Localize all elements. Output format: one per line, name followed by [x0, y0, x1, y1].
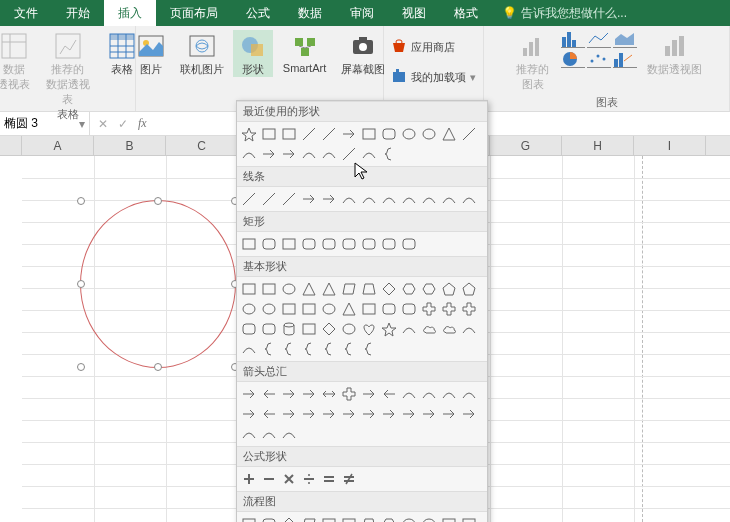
shape-rect[interactable]: [259, 279, 279, 299]
tab-insert[interactable]: 插入: [104, 0, 156, 26]
shape-curve[interactable]: [239, 144, 259, 164]
col-B[interactable]: B: [94, 136, 166, 155]
shape-line[interactable]: [279, 189, 299, 209]
shape-rect[interactable]: [239, 279, 259, 299]
tab-layout[interactable]: 页面布局: [156, 0, 232, 26]
shape-larrow[interactable]: [259, 384, 279, 404]
shape-curve[interactable]: [439, 384, 459, 404]
chart-scatter-icon[interactable]: [587, 50, 611, 68]
shape-arrow[interactable]: [259, 144, 279, 164]
col-H[interactable]: H: [562, 136, 634, 155]
shape-rect[interactable]: [239, 234, 259, 254]
shape-eqminus[interactable]: [259, 469, 279, 489]
fx-icon[interactable]: fx: [138, 116, 147, 131]
shape-arrow[interactable]: [379, 404, 399, 424]
shape-tri[interactable]: [439, 124, 459, 144]
shape-curve[interactable]: [319, 144, 339, 164]
shape-rect[interactable]: [239, 514, 259, 522]
shape-pent[interactable]: [459, 279, 479, 299]
shape-curve[interactable]: [299, 144, 319, 164]
shape-line[interactable]: [459, 124, 479, 144]
shape-ellipse[interactable]: [419, 514, 439, 522]
shape-tri[interactable]: [319, 279, 339, 299]
shape-arrow[interactable]: [279, 384, 299, 404]
my-addins-button[interactable]: 我的加载项 ▾: [391, 66, 476, 88]
shape-tri[interactable]: [299, 279, 319, 299]
shape-rrect[interactable]: [339, 234, 359, 254]
shape-eqplus[interactable]: [239, 469, 259, 489]
shape-arrow[interactable]: [419, 404, 439, 424]
confirm-icon[interactable]: ✓: [118, 117, 128, 131]
shape-rrect[interactable]: [239, 319, 259, 339]
recommended-pivot-button[interactable]: 推荐的 数据透视表: [44, 30, 92, 107]
pictures-button[interactable]: 图片: [131, 30, 171, 77]
shape-rect[interactable]: [359, 299, 379, 319]
tab-formulas[interactable]: 公式: [232, 0, 284, 26]
shape-rect[interactable]: [279, 124, 299, 144]
shape-rect[interactable]: [279, 234, 299, 254]
shape-cloud[interactable]: [419, 319, 439, 339]
shape-star[interactable]: [239, 124, 259, 144]
shape-brace[interactable]: [319, 339, 339, 359]
shape-tri[interactable]: [339, 299, 359, 319]
shape-curve[interactable]: [379, 189, 399, 209]
shape-arrow[interactable]: [319, 404, 339, 424]
shape-curve[interactable]: [339, 189, 359, 209]
shape-plus[interactable]: [339, 384, 359, 404]
shape-rrect[interactable]: [379, 299, 399, 319]
screenshot-button[interactable]: 屏幕截图: [337, 30, 389, 77]
tab-home[interactable]: 开始: [52, 0, 104, 26]
tab-review[interactable]: 审阅: [336, 0, 388, 26]
shape-rect[interactable]: [339, 514, 359, 522]
shape-ellipse[interactable]: [279, 279, 299, 299]
shape-rrect[interactable]: [259, 319, 279, 339]
shape-curve[interactable]: [239, 339, 259, 359]
shape-ellipse[interactable]: [399, 124, 419, 144]
shape-arrow[interactable]: [459, 404, 479, 424]
shape-rrect[interactable]: [359, 234, 379, 254]
tab-file[interactable]: 文件: [0, 0, 52, 26]
tab-data[interactable]: 数据: [284, 0, 336, 26]
shape-plus[interactable]: [419, 299, 439, 319]
shape-paral[interactable]: [299, 514, 319, 522]
select-all-corner[interactable]: [0, 136, 22, 156]
shape-rrect[interactable]: [379, 124, 399, 144]
shape-brace[interactable]: [259, 339, 279, 359]
shape-arrow[interactable]: [399, 404, 419, 424]
shape-hex[interactable]: [419, 279, 439, 299]
shape-arrow[interactable]: [299, 404, 319, 424]
chevron-down-icon[interactable]: ▾: [79, 117, 85, 131]
shape-ellipse[interactable]: [339, 319, 359, 339]
shape-curve[interactable]: [419, 189, 439, 209]
oval-shape[interactable]: [80, 200, 236, 368]
shape-ellipse[interactable]: [319, 299, 339, 319]
shape-rrect[interactable]: [299, 234, 319, 254]
pivot-table-button[interactable]: 数据 透视表: [0, 30, 38, 92]
shape-rrect[interactable]: [399, 234, 419, 254]
shape-curve[interactable]: [399, 319, 419, 339]
col-I[interactable]: I: [634, 136, 706, 155]
shape-curve[interactable]: [259, 424, 279, 444]
shape-line[interactable]: [239, 189, 259, 209]
shape-rrect[interactable]: [319, 234, 339, 254]
shape-trapez[interactable]: [359, 514, 379, 522]
col-C[interactable]: C: [166, 136, 238, 155]
shape-curve[interactable]: [239, 424, 259, 444]
shape-rect[interactable]: [299, 299, 319, 319]
shape-brace[interactable]: [379, 144, 399, 164]
cancel-icon[interactable]: ✕: [98, 117, 108, 131]
chart-bar-icon[interactable]: [561, 30, 585, 48]
shape-diamond[interactable]: [319, 319, 339, 339]
shape-curve[interactable]: [279, 424, 299, 444]
col-A[interactable]: A: [22, 136, 94, 155]
shape-diamond[interactable]: [279, 514, 299, 522]
shape-curve[interactable]: [459, 189, 479, 209]
shape-curve[interactable]: [399, 384, 419, 404]
shape-line[interactable]: [319, 124, 339, 144]
shape-arrow[interactable]: [339, 124, 359, 144]
shape-plus[interactable]: [459, 299, 479, 319]
col-G[interactable]: G: [490, 136, 562, 155]
shape-curve[interactable]: [399, 189, 419, 209]
shape-curve[interactable]: [419, 384, 439, 404]
shape-arrow[interactable]: [279, 404, 299, 424]
